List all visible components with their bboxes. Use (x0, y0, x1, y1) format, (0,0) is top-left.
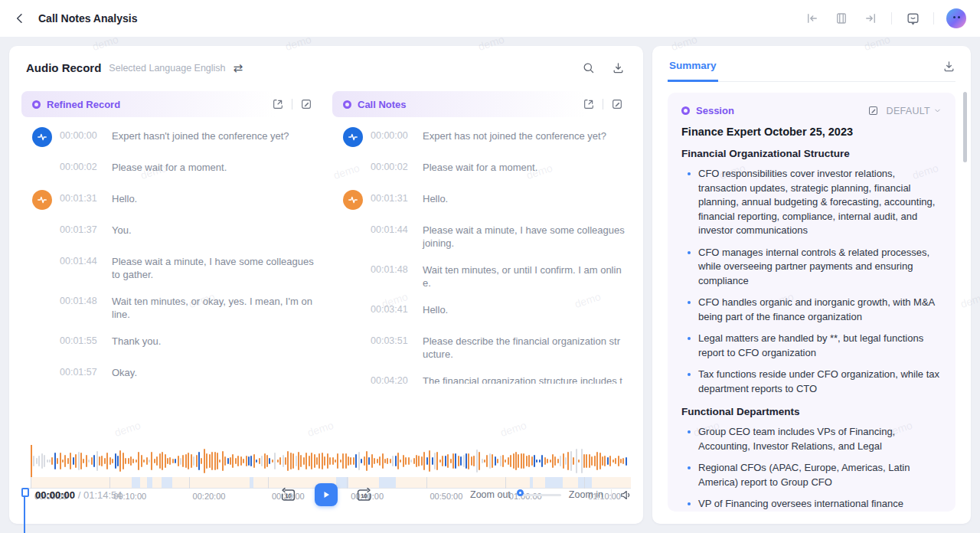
transcript-row[interactable]: 00:04:20The financial organization struc… (332, 374, 625, 384)
wave-bar (395, 456, 397, 466)
wave-bar (358, 452, 360, 471)
preset-dropdown[interactable]: DEFAULT (887, 106, 942, 116)
transcript-row[interactable]: 00:01:48Wait ten minutes, or until I con… (332, 263, 625, 289)
divider (292, 99, 292, 110)
transcript-row[interactable]: 00:00:02Please wait for a moment. (332, 161, 625, 178)
page-title: Call Notes Analysis (38, 12, 137, 25)
download-icon[interactable] (612, 61, 625, 74)
call-notes-column: Call Notes 00:00:00Expert has not joined… (332, 91, 631, 384)
export-icon[interactable] (583, 98, 595, 110)
language-label: Selected Language English (109, 63, 225, 74)
panel-layout-icon[interactable] (833, 10, 850, 27)
wave-bar (607, 457, 609, 465)
wave-bar (290, 453, 292, 469)
timestamp: 00:01:48 (371, 263, 413, 276)
wave-bar (618, 456, 619, 467)
rewind-10-button[interactable]: 10 (280, 487, 296, 503)
wave-bar (57, 458, 58, 463)
transcript-row[interactable]: 00:01:31Hello. (332, 192, 625, 210)
timestamp: 00:00:02 (60, 161, 103, 174)
timestamp: 00:03:51 (371, 335, 413, 348)
wave-bar (83, 459, 84, 463)
summary-bullet: Legal matters are handled by **, but leg… (681, 332, 942, 360)
play-button[interactable] (315, 483, 338, 506)
wave-bar (80, 453, 82, 469)
tab-summary[interactable]: Summary (668, 57, 718, 82)
wave-bar (615, 458, 616, 464)
timestamp: 00:00:00 (371, 129, 413, 142)
wave-bar (178, 456, 179, 466)
wave-bar (554, 456, 556, 466)
wave-bar (521, 453, 522, 469)
transcript-text: Hello. (423, 192, 625, 205)
wave-bar (445, 456, 446, 466)
collapse-right-icon[interactable] (862, 10, 879, 27)
wave-bar (609, 456, 611, 467)
wave-bar (149, 459, 150, 463)
transcript-row[interactable]: 00:01:37You. (21, 224, 314, 241)
summary-section-heading: Functional Departments (681, 406, 942, 417)
summary-bullet: CFO responsibilities cover investor rela… (681, 167, 942, 238)
wave-bar (261, 456, 263, 466)
zoom-slider-handle[interactable] (517, 489, 524, 496)
session-card: Session DEFAULT Finance Expert October 2… (668, 93, 956, 512)
transcript-row[interactable]: 00:01:31Hello. (21, 192, 314, 210)
wave-bar (96, 451, 98, 471)
transcript-row[interactable]: 00:01:44Please wait a minute, I have som… (21, 255, 314, 281)
volume-icon[interactable] (619, 489, 632, 502)
transcript-row[interactable]: 00:00:00Expert hasn't joined the confere… (21, 129, 314, 147)
wave-bar (138, 452, 139, 469)
user-avatar[interactable] (946, 8, 966, 28)
transcript-row[interactable]: 00:03:41Hello. (332, 303, 625, 321)
transcript-row[interactable]: 00:01:48Wait ten minutes, or okay, yes. … (21, 295, 314, 321)
wave-bar (397, 453, 399, 470)
section-ring-icon (32, 100, 41, 109)
wave-bar (232, 454, 234, 469)
transcript-row[interactable]: 00:01:57Okay. (21, 366, 314, 384)
back-button[interactable] (11, 9, 29, 28)
wave-bar (552, 454, 554, 468)
transcript-text: Hello. (423, 303, 625, 316)
transcript-text: You. (112, 224, 314, 237)
zoom-out-label[interactable]: Zoom out (470, 489, 511, 500)
time-separator: / (78, 489, 81, 501)
edit-icon[interactable] (300, 98, 312, 110)
wave-bar (296, 456, 297, 467)
swap-language-icon[interactable]: ⇄ (234, 62, 243, 74)
wave-bar (217, 453, 218, 469)
wave-bar (392, 456, 394, 467)
wave-bar (410, 459, 412, 463)
zoom-slider[interactable] (518, 494, 561, 496)
wave-bar (500, 456, 501, 466)
export-icon[interactable] (272, 98, 284, 110)
search-icon[interactable] (582, 61, 595, 74)
summary-download-icon[interactable] (942, 60, 956, 73)
wave-bar (292, 453, 294, 469)
edit-icon[interactable] (867, 105, 879, 116)
timestamp: 00:01:55 (60, 335, 103, 348)
wave-bar (91, 457, 93, 465)
wave-bar (337, 453, 338, 468)
wave-bar (377, 459, 378, 463)
collapse-left-icon[interactable] (804, 10, 821, 27)
wave-bar (151, 452, 152, 469)
transcript-row[interactable]: 00:01:44Please wait a minute, I have som… (332, 224, 625, 250)
playhead[interactable] (24, 489, 25, 533)
wave-bar (560, 456, 561, 467)
edit-icon[interactable] (611, 98, 623, 110)
speaker-avatar (343, 127, 363, 147)
wave-bar (60, 453, 61, 469)
wave-bar (185, 454, 187, 469)
transcript-row[interactable]: 00:00:02Please wait for a moment. (21, 161, 314, 178)
forward-10-button[interactable]: 10 (356, 487, 372, 503)
wave-bar (589, 454, 590, 469)
transcript-row[interactable]: 00:03:51Please describe the financial or… (332, 335, 625, 361)
wave-bar (311, 453, 312, 469)
feedback-icon[interactable] (904, 10, 921, 27)
scrollbar-thumb[interactable] (963, 92, 967, 162)
wave-bar (567, 452, 569, 470)
zoom-in-label[interactable]: Zoom in (569, 489, 603, 500)
transcript-row[interactable]: 00:01:55Thank you. (21, 335, 314, 352)
wave-bar (403, 455, 404, 468)
transcript-row[interactable]: 00:00:00Expert has not joined the confer… (332, 129, 625, 147)
